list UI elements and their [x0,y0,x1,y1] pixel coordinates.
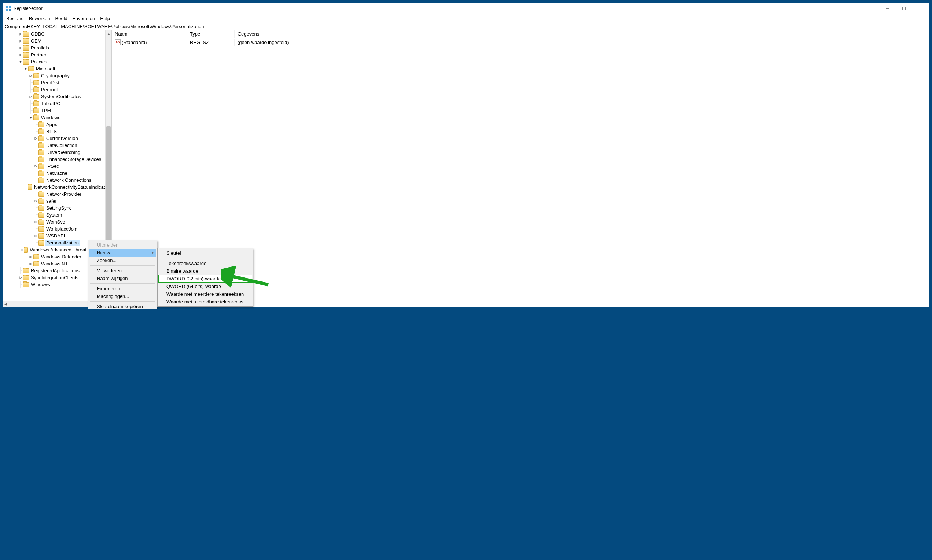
menubar: BestandBewerkenBeeldFavorietenHelp [3,14,929,23]
column-name[interactable]: Naam [112,31,187,38]
context-item[interactable]: Nieuw▸ [89,249,156,257]
svg-rect-2 [6,9,8,11]
chevron-right-icon[interactable] [18,40,23,43]
tree-item[interactable]: Appx [3,121,111,128]
chevron-right-icon[interactable] [28,255,33,258]
tree-item[interactable]: Network Connections [3,177,111,184]
chevron-right-icon[interactable] [33,165,39,168]
menu-help[interactable]: Help [98,15,112,22]
chevron-right-icon[interactable] [18,46,23,49]
chevron-right-icon[interactable] [33,137,39,140]
folder-icon [23,52,29,57]
tree-item[interactable]: SystemCertificates [3,93,111,100]
tree-item[interactable]: BITS [3,128,111,135]
tree-item[interactable]: WorkplaceJoin [3,225,111,232]
tree-item[interactable]: WcmSvc [3,218,111,225]
tree-item[interactable]: TabletPC [3,100,111,107]
address-bar[interactable]: Computer\HKEY_LOCAL_MACHINE\SOFTWARE\Pol… [3,23,929,31]
tree-item[interactable]: CurrentVersion [3,135,111,142]
chevron-right-icon[interactable] [28,74,33,77]
tree-item[interactable]: EnhancedStorageDevices [3,156,111,163]
folder-icon [23,282,29,287]
submenu-item[interactable]: Waarde met meerdere tekenreeksen [159,290,252,298]
folder-icon [39,212,45,218]
tree-item[interactable]: NetworkConnectivityStatusIndicator [3,184,111,191]
tree-item[interactable]: Windows [3,114,111,121]
tree-item[interactable]: System [3,211,111,218]
submenu-item[interactable]: Sleutel [159,249,252,257]
chevron-right-icon[interactable] [28,95,33,98]
chevron-right-icon[interactable] [33,235,39,237]
tree-item[interactable]: Cryptography [3,72,111,79]
svg-rect-3 [9,9,11,11]
chevron-right-icon[interactable] [33,221,39,223]
maximize-button[interactable] [896,3,913,14]
chevron-right-icon[interactable] [28,262,33,265]
folder-icon [23,32,29,37]
tree-item[interactable]: SettingSync [3,205,111,211]
submenu-item[interactable]: DWORD (32 bits)-waarde [159,275,252,283]
folder-icon [39,206,45,211]
value-row[interactable]: ab(Standaard)REG_SZ(geen waarde ingestel… [112,38,929,46]
tree-item[interactable]: Peernet [3,86,111,93]
tree-item-label: Windows [40,115,61,120]
svg-marker-36 [35,165,37,168]
context-item[interactable]: Zoeken... [89,257,156,264]
tree-item[interactable]: PeerDist [3,79,111,86]
tree-item[interactable]: NetworkProvider [3,191,111,197]
context-menu[interactable]: UitbreidenNieuw▸Zoeken...VerwijderenNaam… [88,240,157,309]
tree-item[interactable]: ODBC [3,31,111,37]
chevron-right-icon[interactable] [20,248,24,251]
tree-item[interactable]: Parallels [3,45,111,51]
chevron-down-icon[interactable] [23,68,28,70]
column-data[interactable]: Gegevens [235,31,929,38]
chevron-down-icon[interactable] [18,60,23,63]
menu-bestand[interactable]: Bestand [4,15,26,22]
folder-icon [39,122,45,127]
values-header[interactable]: Naam Type Gegevens [112,31,929,38]
context-item[interactable]: Naam wijzigen [89,274,156,282]
folder-icon [39,226,45,232]
submenu-item[interactable]: Waarde met uitbreidbare tekenreeks [159,298,252,306]
context-submenu-new[interactable]: SleutelTekenreekswaardeBinaire waardeDWO… [157,248,253,307]
chevron-right-icon[interactable] [18,54,23,57]
folder-icon [33,80,39,85]
chevron-down-icon[interactable] [28,116,33,119]
svg-marker-53 [35,235,37,237]
tree-item[interactable]: DriverSearching [3,149,111,156]
chevron-right-icon[interactable] [18,276,23,279]
tree-item-label: CurrentVersion [45,135,79,141]
tree-connector [33,211,39,218]
menu-favorieten[interactable]: Favorieten [70,15,97,22]
tree-item[interactable]: OEM [3,37,111,45]
tree-item[interactable]: DataCollection [3,142,111,149]
submenu-item[interactable]: Binaire waarde [159,267,252,275]
chevron-right-icon[interactable] [18,32,23,35]
scroll-up-icon[interactable]: ▲ [106,31,112,37]
submenu-item[interactable]: Tekenreekswaarde [159,260,252,267]
tree-item[interactable]: NetCache [3,170,111,177]
context-item[interactable]: Machtigingen... [89,292,156,300]
tree-item[interactable]: Microsoft [3,65,111,72]
folder-icon [33,108,39,113]
tree-item[interactable]: TPM [3,107,111,114]
values-list[interactable]: ab(Standaard)REG_SZ(geen waarde ingestel… [112,38,929,46]
tree-item[interactable]: safer [3,197,111,205]
close-button[interactable] [913,3,929,14]
value-type: REG_SZ [187,39,235,46]
scroll-left-icon[interactable]: ◀ [3,301,9,307]
submenu-item[interactable]: QWORD (64 bits)-waarde [159,283,252,290]
tree-item[interactable]: Policies [3,58,111,65]
context-item[interactable]: Verwijderen [89,267,156,274]
menu-bewerken[interactable]: Bewerken [27,15,52,22]
menu-beeld[interactable]: Beeld [53,15,70,22]
minimize-button[interactable] [879,3,896,14]
tree-item[interactable]: Partner [3,51,111,58]
tree-item[interactable]: IPSec [3,163,111,170]
context-item[interactable]: Exporteren [89,285,156,292]
folder-icon [33,101,39,106]
tree-item[interactable]: WSDAPI [3,232,111,239]
column-type[interactable]: Type [187,31,235,38]
context-item[interactable]: Sleutelnaam kopiëren [89,303,156,309]
chevron-right-icon[interactable] [33,200,39,203]
